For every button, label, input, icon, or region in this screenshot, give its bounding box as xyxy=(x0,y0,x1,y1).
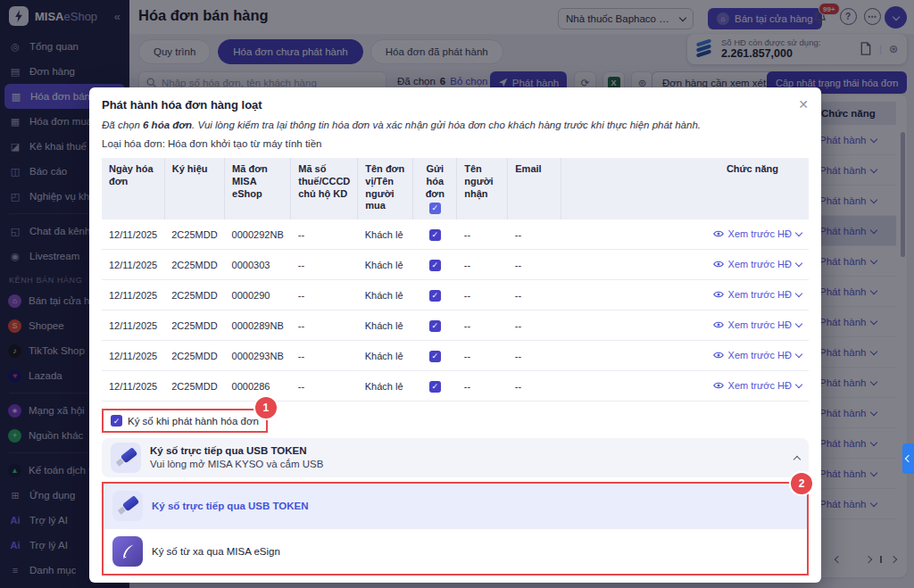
chevron-down-icon xyxy=(795,381,802,388)
preview-invoice-link[interactable]: Xem trước HĐ xyxy=(713,289,802,300)
table-cell: 12/11/2025 xyxy=(102,311,164,341)
send-invoice-checkbox[interactable]: ✓ xyxy=(429,381,441,393)
table-cell: 2C25MDD xyxy=(164,219,224,250)
send-invoice-checkbox[interactable]: ✓ xyxy=(429,260,441,271)
app-root: MISAeShop « ◎Tổng quan▤Đơn hàng▥Hóa đơn … xyxy=(0,0,914,588)
column-header: Tên đơn vị/Tên người mua xyxy=(358,158,413,219)
table-cell: -- xyxy=(291,250,358,280)
table-cell: 2C25MDD xyxy=(164,311,224,341)
annotation-step-1: 1 xyxy=(255,397,277,418)
column-header: Gửi hóa đơn✓ xyxy=(413,158,457,219)
sign-checkbox-label: Ký số khi phát hành hóa đơn xyxy=(128,416,259,427)
table-cell: -- xyxy=(457,250,508,280)
column-header: Tên người nhận xyxy=(457,158,508,219)
modal-description: Đã chọn 6 hóa đơn. Vui lòng kiểm tra lại… xyxy=(102,120,809,130)
table-cell: -- xyxy=(508,280,561,311)
sign-method-select[interactable]: Ký số trực tiếp qua USB TOKEN Vui lòng m… xyxy=(102,438,809,477)
method-title: Ký số trực tiếp qua USB TOKEN xyxy=(150,444,323,458)
send-invoice-checkbox[interactable]: ✓ xyxy=(429,320,441,332)
table-cell: 2C25MDD xyxy=(164,341,224,371)
batch-publish-modal: Phát hành hóa đơn hàng loạt ✕ Đã chọn 6 … xyxy=(89,87,821,583)
chevron-down-icon xyxy=(795,320,802,327)
table-cell: -- xyxy=(508,371,561,402)
table-cell: 2C25MDD xyxy=(164,280,224,311)
column-header: Ký hiệu xyxy=(164,158,224,219)
send-invoice-checkbox[interactable]: ✓ xyxy=(429,229,441,241)
table-cell: -- xyxy=(291,371,358,402)
table-row: 12/11/20252C25MDD0000293NB--Khách lẻ✓---… xyxy=(102,341,809,371)
column-header: Mã số thuế/CCCD chủ hộ KD xyxy=(291,158,358,219)
chevron-down-icon xyxy=(795,260,802,267)
side-drawer-toggle[interactable] xyxy=(902,443,914,474)
table-cell: -- xyxy=(508,250,561,280)
table-cell: -- xyxy=(508,219,561,250)
annotation-step-2: 2 xyxy=(791,473,812,494)
table-cell: 0000286 xyxy=(225,371,291,402)
modal-invoice-table: Ngày hóa đơnKý hiệuMã đơn MISA eShopMã s… xyxy=(102,158,809,402)
close-icon[interactable]: ✕ xyxy=(798,98,809,111)
table-cell: 12/11/2025 xyxy=(102,341,164,371)
table-cell: 0000292NB xyxy=(225,219,291,250)
table-cell: 0000289NB xyxy=(225,311,291,341)
annotation-box-1: 1 ✓ Ký số khi phát hành hóa đơn xyxy=(102,409,268,433)
table-cell: -- xyxy=(457,311,508,341)
table-cell: -- xyxy=(291,311,358,341)
usb-token-icon xyxy=(112,491,143,521)
table-row: 12/11/20252C25MDD0000292NB--Khách lẻ✓---… xyxy=(102,219,809,250)
send-invoice-checkbox[interactable]: ✓ xyxy=(429,351,441,362)
table-cell: -- xyxy=(291,341,358,371)
table-cell: Khách lẻ xyxy=(358,371,413,402)
table-header-row: Ngày hóa đơnKý hiệuMã đơn MISA eShopMã s… xyxy=(102,158,809,219)
usb-token-icon xyxy=(111,443,141,473)
table-cell: 12/11/2025 xyxy=(102,219,164,250)
table-row: 12/11/20252C25MDD0000289NB--Khách lẻ✓---… xyxy=(102,311,809,341)
table-cell: -- xyxy=(457,371,508,402)
esign-icon xyxy=(112,536,143,567)
table-row: 12/11/20252C25MDD0000290--Khách lẻ✓----X… xyxy=(102,280,809,311)
table-cell: -- xyxy=(508,311,561,341)
preview-invoice-link[interactable]: Xem trước HĐ xyxy=(713,228,802,239)
invoice-type-line: Loại hóa đơn: Hóa đơn khởi tạo từ máy tí… xyxy=(102,138,809,149)
sign-checkbox[interactable]: ✓ xyxy=(111,415,122,427)
table-cell: 2C25MDD xyxy=(164,250,224,280)
chevron-up-icon xyxy=(794,456,801,463)
chevron-down-icon xyxy=(795,290,802,297)
table-cell: 12/11/2025 xyxy=(102,250,164,280)
send-invoice-checkbox[interactable]: ✓ xyxy=(429,290,441,302)
table-cell: 0000303 xyxy=(225,250,291,280)
table-cell: 2C25MDD xyxy=(164,371,224,402)
column-header: Chức năng xyxy=(561,158,809,219)
column-header: Email xyxy=(508,158,561,219)
method-subtitle: Vui lòng mở MISA KYSO và cắm USB xyxy=(150,458,323,471)
table-row: 12/11/20252C25MDD0000303--Khách lẻ✓----X… xyxy=(102,250,809,280)
table-cell: -- xyxy=(291,219,358,250)
preview-invoice-link[interactable]: Xem trước HĐ xyxy=(713,380,802,391)
column-header: Mã đơn MISA eShop xyxy=(225,158,291,219)
table-cell: Khách lẻ xyxy=(358,311,413,341)
table-cell: Khách lẻ xyxy=(358,219,413,250)
option-usb-token[interactable]: Ký số trực tiếp qua USB TOKEN xyxy=(104,484,807,528)
table-cell: Khách lẻ xyxy=(358,341,413,371)
table-cell: 0000293NB xyxy=(225,341,291,371)
chevron-down-icon xyxy=(795,229,802,236)
option-misa-esign[interactable]: Ký số từ xa qua MISA eSign xyxy=(104,528,807,574)
table-cell: -- xyxy=(457,280,508,311)
table-cell: -- xyxy=(291,280,358,311)
table-cell: Khách lẻ xyxy=(358,250,413,280)
chevron-down-icon xyxy=(795,351,802,358)
preview-invoice-link[interactable]: Xem trước HĐ xyxy=(713,319,802,330)
modal-title: Phát hành hóa đơn hàng loạt xyxy=(102,98,262,112)
table-row: 12/11/20252C25MDD0000286--Khách lẻ✓----X… xyxy=(102,371,809,402)
column-header: Ngày hóa đơn xyxy=(102,158,164,219)
send-all-checkbox[interactable]: ✓ xyxy=(429,203,441,214)
preview-invoice-link[interactable]: Xem trước HĐ xyxy=(713,259,802,269)
table-cell: 12/11/2025 xyxy=(102,280,164,311)
preview-invoice-link[interactable]: Xem trước HĐ xyxy=(713,350,802,360)
table-cell: 12/11/2025 xyxy=(102,371,164,402)
annotation-box-2: 2 Ký số trực tiếp qua USB TOKEN Ký số từ… xyxy=(102,482,809,576)
table-cell: -- xyxy=(508,341,561,371)
table-cell: 0000290 xyxy=(225,280,291,311)
table-cell: -- xyxy=(457,341,508,371)
table-cell: -- xyxy=(457,219,508,250)
table-cell: Khách lẻ xyxy=(358,280,413,311)
